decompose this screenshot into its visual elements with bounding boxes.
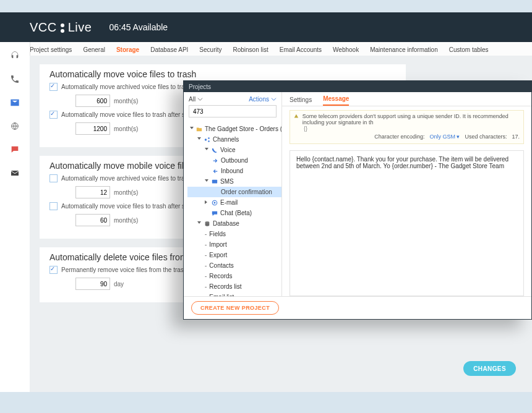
chat-alert-icon[interactable] <box>10 145 20 155</box>
voice-unit-1: month(s) <box>114 126 138 132</box>
mail-dark-icon[interactable] <box>10 168 20 178</box>
tree-inbound[interactable]: Inbound <box>187 166 281 176</box>
svg-rect-5 <box>212 179 217 183</box>
headset-icon[interactable] <box>10 51 20 61</box>
tab-project-settings[interactable]: Project settings <box>30 46 72 56</box>
mobile-value-0[interactable] <box>75 186 110 198</box>
chevron-down-icon <box>197 96 203 102</box>
globe-icon[interactable] <box>10 121 20 131</box>
db-import[interactable]: -Import <box>187 239 281 250</box>
at-icon <box>212 200 218 206</box>
create-project-button[interactable]: CREATE NEW PROJECT <box>191 301 279 315</box>
mobile-check-1[interactable] <box>49 202 58 210</box>
left-rail <box>0 42 30 392</box>
tree-chat[interactable]: Chat (Beta) <box>187 208 281 218</box>
svg-point-4 <box>208 140 210 142</box>
overlay-left: All Actions The Gadget Store - Orders (4… <box>184 92 282 296</box>
del-unit-0: day <box>114 281 124 287</box>
tab-maintenance[interactable]: Maintenance information <box>370 46 438 56</box>
channels-icon <box>204 137 210 143</box>
chat-icon <box>212 210 218 216</box>
warning-box: Some telecom providers don't support usi… <box>290 110 524 144</box>
projects-overlay: Projects All Actions <box>183 80 532 320</box>
mobile-unit-0: month(s) <box>114 189 138 196</box>
overlay-footer: CREATE NEW PROJECT <box>184 297 531 319</box>
status-text: 06:45 Available <box>109 22 168 32</box>
voice-unit-0: month(s) <box>114 98 138 104</box>
tree-email[interactable]: E-mail <box>187 197 281 208</box>
changes-button[interactable]: CHANGES <box>463 361 516 376</box>
overlay-right: Settings Message Some telecom providers … <box>282 92 531 296</box>
tree-sms[interactable]: SMS <box>187 176 281 187</box>
brand-logo: VCC Live <box>30 20 92 35</box>
tree-root[interactable]: The Gadget Store - Orders (473) <box>187 124 281 134</box>
svg-point-7 <box>214 202 216 203</box>
tab-custom-tables[interactable]: Custom tables <box>449 46 489 56</box>
mobile-value-1[interactable] <box>75 214 110 226</box>
tab-storage[interactable]: Storage <box>116 46 139 56</box>
tab-general[interactable]: General <box>83 46 105 56</box>
mail-icon[interactable] <box>10 98 20 108</box>
db-records[interactable]: -Records <box>187 271 281 281</box>
tab-database-api[interactable]: Database API <box>150 46 188 56</box>
db-records-list[interactable]: -Records list <box>187 281 281 292</box>
tree-channels[interactable]: Channels <box>187 134 281 145</box>
tab-robinson-list[interactable]: Robinson list <box>233 46 268 56</box>
tree-outbound[interactable]: Outbound <box>187 155 281 166</box>
search-row <box>189 105 277 117</box>
actions-menu[interactable]: Actions <box>249 96 277 103</box>
voice-check-0[interactable] <box>49 83 58 91</box>
warning-icon <box>294 113 299 119</box>
tree-order-confirmation[interactable]: Order confirmation <box>187 187 281 197</box>
tab-security[interactable]: Security <box>199 46 221 56</box>
svg-point-3 <box>208 137 210 139</box>
db-export[interactable]: -Export <box>187 250 281 260</box>
chevron-down-icon <box>271 96 277 102</box>
database-icon <box>204 221 210 227</box>
tab-email-accounts[interactable]: Email Accounts <box>280 46 322 56</box>
phone-icon[interactable] <box>10 74 20 84</box>
top-tabs: Project settings General Storage Databas… <box>0 42 532 56</box>
svg-point-2 <box>205 138 207 140</box>
rtab-settings[interactable]: Settings <box>290 96 312 106</box>
right-tabs: Settings Message <box>282 92 531 106</box>
top-bar: VCC Live 06:45 Available <box>0 12 532 42</box>
db-fields[interactable]: -Fields <box>187 229 281 239</box>
del-value-0[interactable] <box>75 278 110 290</box>
scope-select[interactable]: All <box>189 96 203 103</box>
voice-value-1[interactable] <box>75 122 110 135</box>
arrow-left-icon <box>212 168 218 174</box>
mobile-check-0[interactable] <box>49 174 58 182</box>
encoding-label: Character encoding: <box>374 134 424 140</box>
app-window: VCC Live 06:45 Available Project setting… <box>0 12 532 392</box>
del-check-0[interactable] <box>49 266 58 274</box>
tree-voice[interactable]: Voice <box>187 145 281 155</box>
phone-small-icon <box>212 147 218 153</box>
voice-check-1[interactable] <box>49 111 58 119</box>
sms-icon <box>212 179 218 185</box>
voice-value-0[interactable] <box>75 95 110 107</box>
db-email-list[interactable]: -Email list <box>187 292 281 296</box>
card-voice-title: Automatically move voice files to trash <box>49 69 396 79</box>
search-input[interactable] <box>192 106 273 116</box>
colon-icon <box>61 29 64 33</box>
warning-text: Some telecom providers don't support usi… <box>302 113 520 126</box>
overlay-title: Projects <box>184 81 531 92</box>
encoding-select[interactable]: Only GSM ▾ <box>429 134 460 140</box>
used-label: Used characters: <box>465 134 507 140</box>
db-contacts[interactable]: -Contacts <box>187 260 281 271</box>
used-value: 17. <box>512 134 520 140</box>
project-tree: The Gadget Store - Orders (473) Channels… <box>184 121 281 296</box>
rtab-message[interactable]: Message <box>323 95 349 106</box>
tab-webhook[interactable]: Webhook <box>333 46 359 56</box>
brand-p2: Live <box>68 20 92 35</box>
tree-database[interactable]: Database <box>187 218 281 229</box>
mobile-unit-1: month(s) <box>114 217 138 224</box>
arrow-right-icon <box>212 158 218 164</box>
folder-icon <box>196 126 202 132</box>
brand-p1: VCC <box>30 20 57 35</box>
svg-point-8 <box>205 221 210 223</box>
message-body[interactable]: Hello {contact.name}. Thank you for your… <box>290 150 524 296</box>
